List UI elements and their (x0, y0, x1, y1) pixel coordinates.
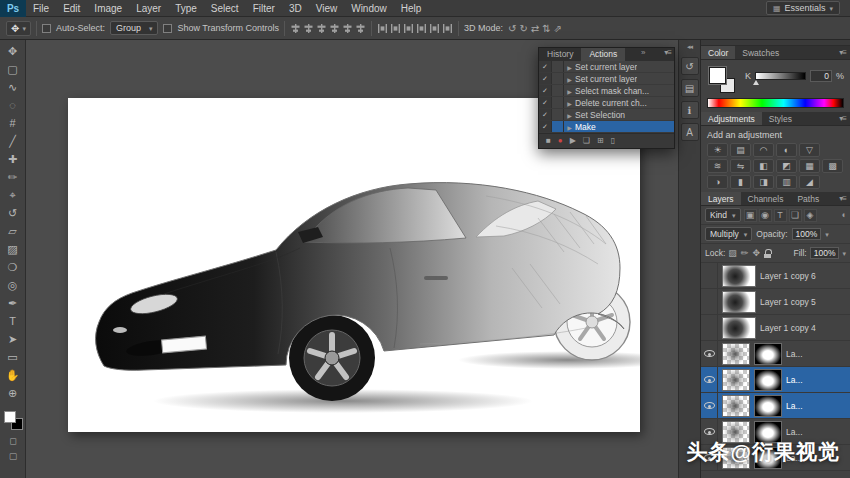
new-set-icon[interactable] (583, 137, 590, 145)
layer-mask-thumbnail[interactable] (754, 343, 782, 365)
invert-icon[interactable]: ◑ (707, 175, 728, 189)
layer-row[interactable]: Layer 1 copy 6 (701, 263, 850, 289)
clone-stamp-tool[interactable]: ⌖ (2, 186, 24, 204)
align-bottom-edges-icon[interactable] (316, 23, 327, 34)
new-action-icon[interactable] (597, 137, 604, 145)
type-tool[interactable]: T (2, 312, 24, 330)
layer-row[interactable]: La... (701, 341, 850, 367)
layer-row[interactable]: La... (701, 367, 850, 393)
action-check-icon[interactable] (539, 121, 552, 132)
scale-3d-icon[interactable]: ⇗ (554, 23, 562, 34)
hand-tool[interactable]: ✋ (2, 366, 24, 384)
lasso-tool[interactable]: ∿ (2, 78, 24, 96)
color-swatches-widget[interactable] (709, 67, 735, 93)
expand-dock-icon[interactable] (687, 43, 692, 53)
tab-swatches[interactable]: Swatches (735, 46, 786, 59)
k-slider-handle[interactable] (753, 77, 759, 85)
pen-tool[interactable]: ✒ (2, 294, 24, 312)
move-tool[interactable]: ✥ (2, 42, 24, 60)
levels-icon[interactable]: ▤ (730, 143, 751, 157)
menu-item[interactable]: Filter (246, 3, 282, 14)
threshold-icon[interactable]: ◨ (753, 175, 774, 189)
action-check-icon[interactable] (539, 85, 552, 96)
layer-row[interactable]: Layer 1 copy 5 (701, 289, 850, 315)
disclosure-triangle-icon[interactable] (564, 74, 575, 84)
posterize-icon[interactable]: ▮ (730, 175, 751, 189)
history-brush-tool[interactable]: ↺ (2, 204, 24, 222)
stop-playing-icon[interactable] (546, 137, 551, 145)
action-check-icon[interactable] (539, 109, 552, 120)
hue-saturation-icon[interactable]: ≋ (707, 159, 728, 173)
layer-thumbnail[interactable] (722, 369, 750, 391)
distribute-left-edges-icon[interactable] (416, 23, 427, 34)
disclosure-triangle-icon[interactable] (564, 110, 575, 120)
panel-menu-icon[interactable] (835, 112, 850, 125)
disclosure-triangle-icon[interactable] (564, 122, 575, 132)
action-row[interactable]: Set Selection (539, 109, 674, 121)
filter-shape-layers-icon[interactable]: ❏ (789, 209, 802, 222)
action-dialog-toggle[interactable] (552, 85, 564, 96)
menu-item[interactable]: Select (204, 3, 246, 14)
quick-selection-tool[interactable]: ◌ (2, 96, 24, 114)
distribute-right-edges-icon[interactable] (442, 23, 453, 34)
layer-mask-thumbnail[interactable] (754, 369, 782, 391)
workspace-switcher[interactable]: Essentials (766, 1, 840, 15)
path-selection-tool[interactable]: ➤ (2, 330, 24, 348)
lock-pixels-icon[interactable]: ✏ (741, 248, 749, 258)
action-row[interactable]: Make (539, 121, 674, 133)
menu-item[interactable]: Image (87, 3, 129, 14)
layer-thumbnail[interactable] (722, 395, 750, 417)
color-swatches-widget[interactable] (4, 411, 23, 430)
filter-type-layers-icon[interactable]: T (774, 209, 787, 222)
layer-row[interactable]: Layer 1 copy 4 (701, 315, 850, 341)
eraser-tool[interactable]: ▱ (2, 222, 24, 240)
action-dialog-toggle[interactable] (552, 61, 564, 72)
screen-mode-icon[interactable]: ▢ (2, 448, 24, 463)
tab-history[interactable]: History (539, 48, 581, 61)
eyedropper-tool[interactable]: ╱ (2, 132, 24, 150)
visibility-toggle[interactable] (701, 367, 718, 392)
exposure-icon[interactable]: ◐ (776, 143, 797, 157)
panel-menu-icon[interactable] (661, 48, 674, 61)
properties-panel-icon[interactable]: ▤ (681, 79, 699, 97)
action-check-icon[interactable] (539, 97, 552, 108)
disclosure-triangle-icon[interactable] (564, 98, 575, 108)
info-panel-icon[interactable]: ℹ (681, 101, 699, 119)
vibrance-icon[interactable]: ▽ (799, 143, 820, 157)
visibility-toggle[interactable] (701, 263, 718, 288)
layer-filter-dropdown[interactable]: Kind (705, 208, 741, 222)
disclosure-triangle-icon[interactable] (564, 62, 575, 72)
black-white-icon[interactable]: ◧ (753, 159, 774, 173)
dodge-tool[interactable]: ◎ (2, 276, 24, 294)
foreground-color-swatch[interactable] (4, 411, 16, 423)
action-check-icon[interactable] (539, 61, 552, 72)
filter-adjustment-layers-icon[interactable]: ◉ (759, 209, 772, 222)
drag-3d-icon[interactable]: ⇄ (531, 23, 539, 34)
lock-position-icon[interactable]: ✥ (752, 248, 760, 258)
channel-mixer-icon[interactable]: ▦ (799, 159, 820, 173)
auto-select-checkbox[interactable] (42, 24, 51, 33)
tab-layers[interactable]: Layers (701, 192, 741, 205)
action-row[interactable]: Set current layer (539, 61, 674, 73)
tab-adjustments[interactable]: Adjustments (701, 112, 762, 125)
visibility-toggle[interactable] (701, 393, 718, 418)
layer-thumbnail[interactable] (722, 265, 756, 287)
menu-item[interactable]: Edit (56, 3, 87, 14)
history-panel-icon[interactable]: ↺ (681, 57, 699, 75)
menu-item[interactable]: File (26, 3, 56, 14)
roll-3d-icon[interactable]: ↻ (519, 23, 527, 34)
k-value-field[interactable]: 0 (810, 70, 832, 82)
action-check-icon[interactable] (539, 73, 552, 84)
delete-icon[interactable] (611, 137, 615, 145)
blend-mode-dropdown[interactable]: Multiply (705, 227, 752, 241)
color-lookup-icon[interactable]: ▩ (822, 159, 843, 173)
rectangular-marquee-tool[interactable]: ▢ (2, 60, 24, 78)
slide-3d-icon[interactable]: ⇅ (542, 23, 550, 34)
show-transform-checkbox[interactable] (163, 24, 172, 33)
panel-menu-icon[interactable] (835, 46, 850, 59)
blur-tool[interactable]: ❍ (2, 258, 24, 276)
action-row[interactable]: Set current layer (539, 73, 674, 85)
align-horizontal-centers-icon[interactable] (342, 23, 353, 34)
k-slider[interactable] (755, 72, 806, 80)
action-dialog-toggle[interactable] (552, 73, 564, 84)
